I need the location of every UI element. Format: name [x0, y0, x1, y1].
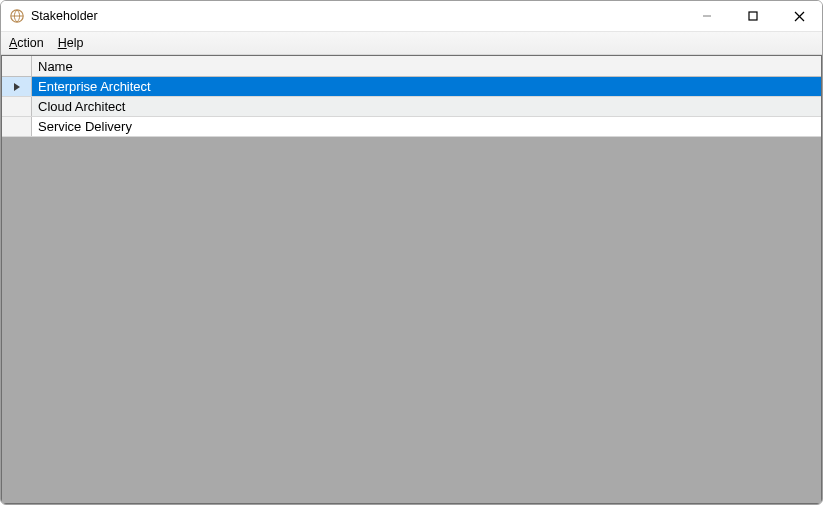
maximize-button[interactable] — [730, 1, 776, 31]
column-header-name[interactable]: Name — [32, 56, 821, 76]
window-controls — [684, 1, 822, 31]
svg-rect-2 — [749, 12, 757, 20]
cell-name[interactable]: Cloud Architect — [32, 97, 821, 116]
close-button[interactable] — [776, 1, 822, 31]
window-title: Stakeholder — [31, 9, 98, 23]
grid-header-row: Name — [2, 56, 821, 77]
row-header[interactable] — [2, 117, 32, 136]
cell-name[interactable]: Enterprise Architect — [32, 77, 821, 96]
table-row[interactable]: Enterprise Architect — [2, 77, 821, 97]
grid-empty-area — [2, 137, 821, 503]
menu-help[interactable]: Help — [58, 36, 84, 50]
grid-container: Name Enterprise Architect Cloud Architec… — [1, 55, 822, 504]
row-header[interactable] — [2, 97, 32, 116]
table-row[interactable]: Service Delivery — [2, 117, 821, 137]
grid-body: Enterprise Architect Cloud Architect Ser… — [2, 77, 821, 137]
minimize-button[interactable] — [684, 1, 730, 31]
row-header[interactable] — [2, 77, 32, 96]
row-header-corner[interactable] — [2, 56, 32, 76]
current-row-indicator-icon — [13, 82, 21, 92]
svg-marker-5 — [14, 83, 20, 91]
cell-name[interactable]: Service Delivery — [32, 117, 821, 136]
menubar: Action Help — [1, 31, 822, 55]
menu-action[interactable]: Action — [9, 36, 44, 50]
menu-help-rest: elp — [67, 36, 84, 50]
titlebar[interactable]: Stakeholder — [1, 1, 822, 31]
table-row[interactable]: Cloud Architect — [2, 97, 821, 117]
app-window: Stakeholder Action Help — [0, 0, 823, 505]
menu-action-rest: ction — [17, 36, 43, 50]
app-icon — [9, 8, 25, 24]
